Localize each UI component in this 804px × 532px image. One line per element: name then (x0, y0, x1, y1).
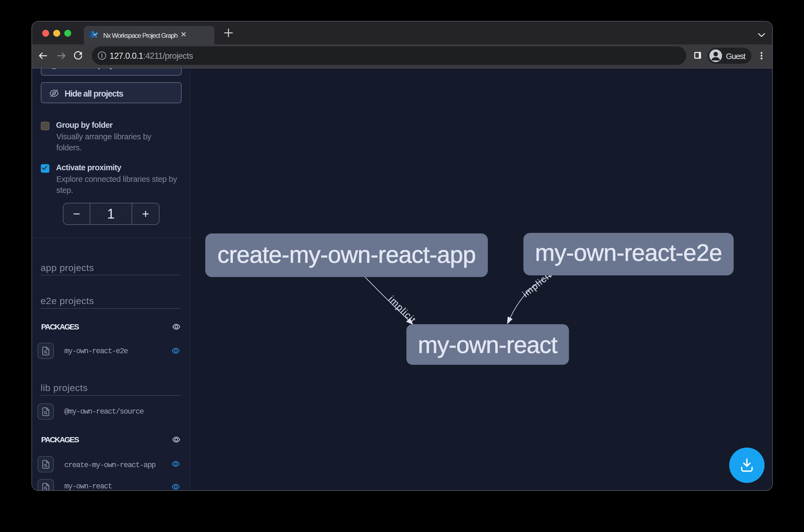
svg-text:my-own-react: my-own-react (418, 331, 557, 358)
svg-text:my-own-react-e2e: my-own-react-e2e (535, 239, 722, 266)
svg-text:create-my-own-react-app: create-my-own-react-app (217, 241, 476, 268)
svg-text:implicit: implicit (386, 293, 418, 325)
